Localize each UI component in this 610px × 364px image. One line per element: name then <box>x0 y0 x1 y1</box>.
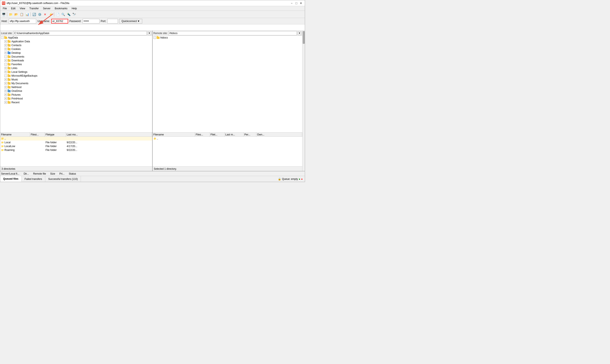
toggle-queue-button[interactable]: 📊 <box>25 12 30 17</box>
menu-bookmarks[interactable]: Bookmarks <box>53 7 69 10</box>
transfer-col-pri: Pri... <box>59 172 65 175</box>
remote-col-filetype[interactable]: Filet... <box>210 132 225 136</box>
remote-col-filesize[interactable]: Files... <box>195 132 210 136</box>
close-button[interactable]: ✕ <box>299 1 303 5</box>
sync-browse-button[interactable]: 🔍 <box>61 12 66 17</box>
remote-scrollbar[interactable] <box>302 31 305 171</box>
local-file-row[interactable]: 📁 LocalLow File folder 4/17/20... <box>0 144 152 148</box>
tab-successful-transfers[interactable]: Successful transfers (110) <box>45 176 81 182</box>
expand-icon[interactable]: + <box>4 97 7 100</box>
remote-tree-item-htdocs-parent[interactable]: - htdocs <box>153 36 302 39</box>
local-col-filename[interactable]: Filename <box>0 132 30 136</box>
local-tree-item-music[interactable]: + Music <box>0 78 152 81</box>
local-tree-item-links[interactable]: + Links <box>0 66 152 70</box>
local-tree-item-cookies[interactable]: + Cookies <box>0 47 152 51</box>
tree-item-label: MicrosoftEdgeBackups <box>12 74 38 77</box>
local-tree-item-microsoftedgebackups[interactable]: - MicrosoftEdgeBackups <box>0 74 152 78</box>
expand-icon[interactable]: + <box>4 78 7 81</box>
menu-transfer[interactable]: Transfer <box>28 7 40 10</box>
local-tree-item-printhood[interactable]: + PrintHood <box>0 97 152 101</box>
local-tree-item-favorites[interactable]: - Favorites <box>0 63 152 66</box>
local-path-dropdown[interactable]: ▼ <box>147 31 151 35</box>
local-tree-item-contacts[interactable]: + Contacts <box>0 43 152 47</box>
local-tree-item-application-data[interactable]: + Application Data <box>0 39 152 43</box>
file-name: Local <box>4 141 30 144</box>
local-tree-item-local-settings[interactable]: + Local Settings <box>0 70 152 74</box>
expand-icon[interactable]: + <box>4 59 7 62</box>
remote-file-row-dotdot[interactable]: 📁 .. <box>153 137 302 141</box>
cancel-button[interactable]: ✕ <box>42 12 48 17</box>
local-tree-item-recent[interactable]: + Recent <box>0 101 152 104</box>
local-tree-item-desktop[interactable]: + Desktop <box>0 51 152 55</box>
toggle-log-button[interactable]: 📋 <box>19 12 24 17</box>
expand-icon[interactable]: - <box>4 55 7 58</box>
local-tree-item-my-documents[interactable]: + My Documents <box>0 81 152 85</box>
expand-icon[interactable]: + <box>4 48 7 50</box>
expand-icon[interactable]: + <box>4 40 7 43</box>
local-tree-item-nethood[interactable]: + NetHood <box>0 85 152 89</box>
remote-scrollbar-thumb[interactable] <box>303 31 305 44</box>
local-tree-item-downloads[interactable]: + Downloads <box>0 59 152 63</box>
expand-icon[interactable]: + <box>4 93 7 96</box>
local-col-filetype[interactable]: Filetype <box>45 132 66 136</box>
remote-path-input[interactable] <box>169 31 297 35</box>
menu-server[interactable]: Server <box>41 7 52 10</box>
tab-failed-transfers[interactable]: Failed transfers <box>22 176 45 182</box>
password-input[interactable] <box>83 19 100 24</box>
remote-col-lastmod[interactable]: Last m... <box>225 132 244 136</box>
quickconnect-button[interactable]: Quickconnect ▼ <box>119 19 142 24</box>
expand-icon[interactable]: + <box>4 101 7 104</box>
local-tree-item-pictures[interactable]: + Pictures <box>0 93 152 97</box>
port-input[interactable] <box>107 19 118 24</box>
menu-bar: File Edit View Transfer Server Bookmarks… <box>0 6 305 11</box>
remote-col-owner[interactable]: Own... <box>256 132 302 136</box>
maximize-button[interactable]: □ <box>294 1 299 5</box>
expand-icon[interactable]: + <box>4 44 7 47</box>
expand-icon[interactable]: + <box>4 52 7 54</box>
local-tree-item-onedrive[interactable]: + OneDrive <box>0 89 152 93</box>
local-path-input[interactable] <box>13 31 146 35</box>
site-manager-button[interactable]: 🖥️ <box>1 12 6 17</box>
file-modified: 4/17/20... <box>66 144 152 148</box>
local-file-row[interactable]: 📁 .. <box>0 137 152 141</box>
remote-path-dropdown[interactable]: ▼ <box>298 31 301 35</box>
process-queue-button[interactable]: ⚙️ <box>37 12 42 17</box>
minimize-button[interactable]: − <box>290 1 294 5</box>
username-input[interactable] <box>51 19 68 24</box>
remote-col-perms[interactable]: Per... <box>244 132 256 136</box>
find-files-button[interactable]: 🔭 <box>72 12 77 17</box>
comparison-button[interactable]: 🔦 <box>66 12 71 17</box>
menu-help[interactable]: Help <box>70 7 78 10</box>
remote-col-filename[interactable]: Filename <box>153 132 195 136</box>
local-col-filesize[interactable]: Filesi... <box>30 132 45 136</box>
expand-icon[interactable]: + <box>4 71 7 73</box>
expand-icon[interactable]: - <box>4 63 7 65</box>
expand-icon[interactable]: + <box>4 86 7 89</box>
tab-queued-files[interactable]: Queued files <box>0 176 22 182</box>
expand-icon[interactable]: + <box>4 90 7 92</box>
toggle-local-panel-button[interactable]: 📁 <box>8 12 13 17</box>
toggle-remote-panel-button[interactable]: 📂 <box>13 12 19 17</box>
local-col-lastmod[interactable]: Last mo... <box>66 132 152 136</box>
filter-button[interactable]: 📄 <box>55 12 60 17</box>
expand-icon[interactable]: + <box>4 67 7 69</box>
expand-icon[interactable]: - <box>1 36 4 39</box>
quickconnect-dropdown-icon[interactable]: ▼ <box>137 20 140 23</box>
refresh-button[interactable]: 🔄 <box>32 12 37 17</box>
expand-icon[interactable]: - <box>4 75 7 77</box>
tree-item-label: Links <box>12 67 17 70</box>
remote-tree[interactable]: - htdocs <box>153 36 302 132</box>
expand-icon[interactable]: - <box>154 36 156 39</box>
host-input[interactable] <box>9 19 36 24</box>
local-file-row[interactable]: 📁 Roaming File folder 9/22/20... <box>0 148 152 152</box>
local-tree-item-documents[interactable]: - Documents <box>0 55 152 59</box>
local-file-row[interactable]: 📁 Local File folder 9/22/20... <box>0 141 152 144</box>
expand-icon[interactable]: + <box>4 82 7 85</box>
transfer-col-server: Server/Local fi... <box>1 172 19 175</box>
menu-file[interactable]: File <box>1 7 9 10</box>
menu-edit[interactable]: Edit <box>9 7 17 10</box>
disconnect-button[interactable]: ⚡ <box>48 12 53 17</box>
local-tree-item-appdata[interactable]: - AppData <box>0 36 152 39</box>
menu-view[interactable]: View <box>18 7 27 10</box>
local-tree[interactable]: - AppData + Application Data + Contacts … <box>0 36 152 132</box>
